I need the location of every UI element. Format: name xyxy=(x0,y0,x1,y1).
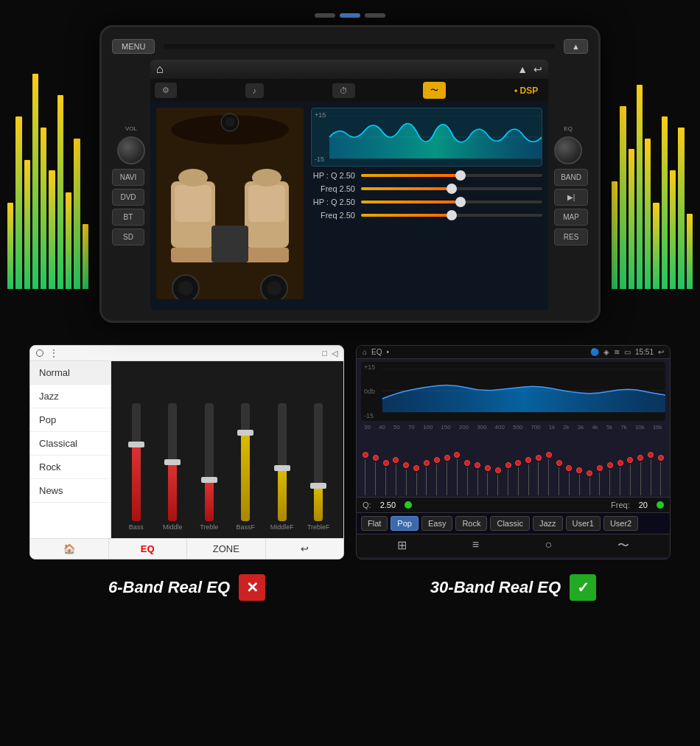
tab-time[interactable]: ⏱ xyxy=(332,83,355,98)
eq-30-dot-14[interactable] xyxy=(505,462,511,468)
eq-30-slider-25[interactable] xyxy=(616,460,625,496)
eq-30-dot-6[interactable] xyxy=(424,460,430,466)
eq-30-dot-20[interactable] xyxy=(566,465,572,471)
eq-30-dot-0[interactable] xyxy=(363,452,368,458)
map-button[interactable]: MAP xyxy=(554,209,588,226)
eq-30-slider-11[interactable] xyxy=(473,462,482,495)
eq-30-dot-15[interactable] xyxy=(515,460,521,466)
eq-30-slider-15[interactable] xyxy=(514,460,522,496)
eq-30-dot-21[interactable] xyxy=(576,467,582,473)
eq-30-slider-3[interactable] xyxy=(391,457,400,495)
eq-fader-bass-track[interactable] xyxy=(132,403,141,521)
eq-30-dot-1[interactable] xyxy=(373,455,379,461)
30band-home-icon[interactable]: ⌂ xyxy=(363,348,367,356)
page-dot-2[interactable] xyxy=(340,13,360,18)
eq-30-dot-10[interactable] xyxy=(464,460,470,466)
eq-30-dot-4[interactable] xyxy=(403,462,409,468)
preset-pop[interactable]: Pop xyxy=(30,408,111,432)
vol-knob[interactable] xyxy=(117,136,145,164)
eq-30-slider-8[interactable] xyxy=(443,455,452,496)
eq-30-dot-24[interactable] xyxy=(607,462,613,468)
eq-grid-icon[interactable]: ⊞ xyxy=(397,538,407,554)
slider-hp-q-1-track[interactable] xyxy=(361,174,542,177)
freq-param-dot[interactable] xyxy=(657,501,664,509)
eq-30-slider-6[interactable] xyxy=(422,460,431,496)
tab-equalizer[interactable]: ⚙ xyxy=(155,83,177,98)
6band-home-button[interactable]: 🏠 xyxy=(30,539,109,559)
eq-30-slider-2[interactable] xyxy=(382,460,391,496)
eq-30-dot-29[interactable] xyxy=(658,455,664,461)
6band-eq-button[interactable]: EQ xyxy=(109,539,188,559)
eq-30-slider-28[interactable] xyxy=(646,452,655,495)
eq-30-slider-16[interactable] xyxy=(524,457,533,495)
slider-freq-2-track[interactable] xyxy=(361,214,542,217)
dvd-button[interactable]: DVD xyxy=(112,189,144,206)
eq-30-dot-7[interactable] xyxy=(434,457,440,463)
preset-rock-30[interactable]: Rock xyxy=(455,516,487,531)
eq-wave-icon[interactable]: 〜 xyxy=(617,538,629,554)
eq-30-slider-19[interactable] xyxy=(555,460,564,496)
preset-classic[interactable]: Classic xyxy=(490,516,529,531)
res-button[interactable]: RES xyxy=(554,229,588,245)
tab-sound[interactable]: ♪ xyxy=(245,83,265,98)
eq-30-dot-19[interactable] xyxy=(556,460,562,466)
eq-30-dot-28[interactable] xyxy=(648,452,654,458)
eq-30-slider-10[interactable] xyxy=(463,460,472,496)
eq-30-slider-14[interactable] xyxy=(504,462,513,495)
eq-30-slider-0[interactable] xyxy=(361,452,370,495)
eq-30-dot-16[interactable] xyxy=(525,457,531,463)
eject-button[interactable]: ▲ xyxy=(564,39,588,54)
eq-30-slider-27[interactable] xyxy=(636,455,645,496)
eq-30-dot-26[interactable] xyxy=(627,457,633,463)
preset-jazz-30[interactable]: Jazz xyxy=(533,516,563,531)
eq-30-dot-8[interactable] xyxy=(444,455,450,461)
preset-user2[interactable]: User2 xyxy=(603,516,638,531)
eq-30-dot-9[interactable] xyxy=(454,452,460,458)
eq-fader-treble-track[interactable] xyxy=(205,403,214,521)
eq-30-dot-5[interactable] xyxy=(413,465,419,471)
eq-30-slider-13[interactable] xyxy=(494,467,503,495)
preset-pop-30[interactable]: Pop xyxy=(391,516,419,531)
eq-30-slider-7[interactable] xyxy=(433,457,441,495)
eq-30-dot-18[interactable] xyxy=(546,452,552,458)
eq-30-dot-25[interactable] xyxy=(617,460,623,466)
eq-30-slider-4[interactable] xyxy=(402,462,410,495)
eq-30-dot-27[interactable] xyxy=(637,455,643,461)
preset-rock[interactable]: Rock xyxy=(30,456,111,479)
preset-classical[interactable]: Classical xyxy=(30,432,111,456)
preset-flat[interactable]: Flat xyxy=(361,516,388,531)
eq-30-slider-22[interactable] xyxy=(585,470,594,496)
bt-button[interactable]: BT xyxy=(112,209,144,226)
6band-zone-button[interactable]: ZONE xyxy=(187,539,266,559)
menu-button[interactable]: MENU xyxy=(112,39,155,54)
eq-fader-middlef-track[interactable] xyxy=(278,403,287,521)
eq-30-slider-5[interactable] xyxy=(412,465,421,496)
slider-hp-q-2-track[interactable] xyxy=(361,201,542,203)
eq-30-dot-12[interactable] xyxy=(485,465,491,471)
preset-normal[interactable]: Normal xyxy=(30,361,111,385)
eq-30-slider-12[interactable] xyxy=(483,465,492,496)
preset-news[interactable]: News xyxy=(30,479,111,503)
next-button[interactable]: ▶| xyxy=(554,189,588,206)
eq-30-dot-23[interactable] xyxy=(597,465,603,471)
eq-30-slider-18[interactable] xyxy=(545,452,553,495)
6band-back-button[interactable]: ↩ xyxy=(266,539,344,559)
screen-home-button[interactable]: ⌂ xyxy=(156,63,164,76)
eq-30-dot-11[interactable] xyxy=(475,462,480,468)
preset-easy[interactable]: Easy xyxy=(421,516,452,531)
preset-jazz[interactable]: Jazz xyxy=(30,385,111,408)
sd-button[interactable]: SD xyxy=(112,229,144,245)
eq-30-slider-21[interactable] xyxy=(575,467,584,495)
eq-fader-treblef-track[interactable] xyxy=(314,403,323,521)
30band-back-icon[interactable]: ↩ xyxy=(658,348,664,356)
eq-list-icon[interactable]: ≡ xyxy=(472,538,479,554)
eq-30-dot-22[interactable] xyxy=(587,470,592,476)
q-param-dot[interactable] xyxy=(405,501,412,509)
eq-knob[interactable] xyxy=(554,136,582,164)
band-button[interactable]: BAND xyxy=(554,169,588,186)
eq-30-dot-13[interactable] xyxy=(495,467,501,473)
screen-eject-icon[interactable]: ▲ xyxy=(517,63,528,75)
navi-button[interactable]: NAVI xyxy=(112,169,144,186)
slider-freq-1-track[interactable] xyxy=(361,187,542,190)
eq-fader-middle-track[interactable] xyxy=(168,403,177,521)
